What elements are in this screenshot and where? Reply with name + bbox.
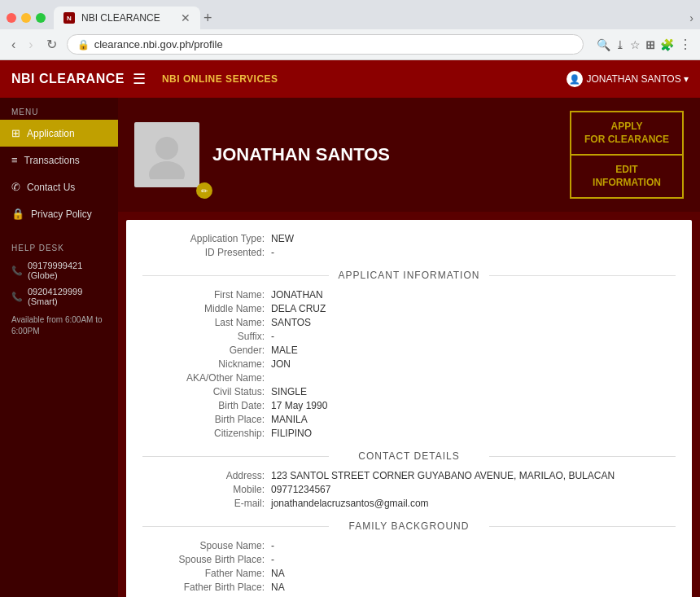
tab-close-icon[interactable]: ✕ — [181, 11, 190, 24]
field-label: Father Birth Place: — [142, 582, 265, 593]
field-value: - — [271, 331, 274, 342]
field-row: Father Birth Place:NA — [142, 582, 676, 593]
forward-button[interactable]: › — [25, 36, 36, 54]
field-value: jonathandelacruzsantos@gmail.com — [271, 498, 429, 509]
field-label: Birth Place: — [142, 414, 265, 425]
field-row: Spouse Birth Place:- — [142, 554, 676, 565]
sidebar-item-label: Application — [27, 128, 75, 139]
tab-bar: N NBI CLEARANCE ✕ + › — [0, 0, 700, 29]
field-label: Gender: — [142, 345, 265, 356]
field-row: Mobile:09771234567 — [142, 484, 676, 495]
contact-section-title: CONTACT DETAILS — [142, 450, 676, 462]
field-label: First Name: — [142, 289, 265, 301]
field-row: First Name:JONATHAN — [142, 289, 676, 301]
close-button[interactable] — [7, 13, 16, 23]
id-value: - — [271, 247, 274, 258]
reader-icon[interactable]: ⊞ — [645, 38, 655, 51]
field-row: Nickname:JON — [142, 358, 676, 370]
field-label: Spouse Name: — [142, 540, 265, 551]
field-value: SINGLE — [271, 386, 307, 397]
field-value: DELA CRUZ — [271, 303, 326, 314]
phone-smart-text: 09204129999 (Smart) — [28, 287, 107, 306]
transactions-icon: ≡ — [11, 154, 18, 166]
back-button[interactable]: ‹ — [8, 36, 19, 54]
field-label: Civil Status: — [142, 386, 265, 397]
field-label: Spouse Birth Place: — [142, 554, 265, 565]
field-value: NA — [271, 582, 285, 593]
url-text: clearance.nbi.gov.ph/profile — [94, 38, 223, 50]
browser-tab[interactable]: N NBI CLEARANCE ✕ — [54, 7, 200, 29]
profile-name: JONATHAN SANTOS — [212, 144, 390, 165]
family-section-title: FAMILY BACKGROUND — [142, 520, 676, 532]
phone-icon: 📞 — [11, 266, 23, 276]
field-value: 123 SANTOL STREET CORNER GUYABANO AVENUE… — [271, 470, 615, 481]
field-value: 09771234567 — [271, 484, 330, 495]
field-value: JONATHAN — [271, 289, 323, 301]
id-label: ID Presented: — [142, 247, 265, 258]
maximize-button[interactable] — [36, 13, 46, 23]
menu-icon[interactable]: ⋮ — [679, 37, 692, 52]
privacy-icon: 🔒 — [11, 208, 24, 220]
sidebar-item-label: Privacy Policy — [31, 209, 92, 220]
field-value: MALE — [271, 345, 298, 356]
field-label: Citizenship: — [142, 428, 265, 439]
sidebar-item-privacy[interactable]: 🔒 Privacy Policy — [0, 200, 118, 227]
svg-point-1 — [149, 161, 185, 179]
avatar-badge[interactable]: ✏ — [196, 182, 212, 199]
minimize-button[interactable] — [21, 13, 31, 23]
main-layout: MENU ⊞ Application ≡ Transactions ✆ Cont… — [0, 98, 700, 597]
field-label: Birth Date: — [142, 400, 265, 411]
phone-icon-2: 📞 — [11, 292, 23, 302]
tab-title: NBI CLEARANCE — [81, 12, 160, 24]
application-icon: ⊞ — [11, 127, 20, 139]
field-label: Last Name: — [142, 317, 265, 328]
url-box[interactable]: 🔒 clearance.nbi.gov.ph/profile — [67, 34, 584, 55]
edit-information-button[interactable]: EDITINFORMATION — [570, 155, 684, 199]
sidebar-item-transactions[interactable]: ≡ Transactions — [0, 147, 118, 173]
field-row: Birth Date:17 May 1990 — [142, 400, 676, 411]
field-label: Address: — [142, 470, 265, 481]
download-icon[interactable]: ⤓ — [615, 38, 625, 51]
hamburger-icon[interactable]: ☰ — [133, 70, 146, 88]
search-icon[interactable]: 🔍 — [597, 38, 610, 51]
profile-header: ✏ JONATHAN SANTOS APPLYFOR CLEARANCE EDI… — [118, 98, 700, 212]
field-value: - — [271, 540, 274, 551]
reload-button[interactable]: ↻ — [43, 35, 60, 54]
applicant-section-title: APPLICANT INFORMATION — [142, 270, 676, 281]
field-row: Last Name:SANTOS — [142, 317, 676, 328]
field-label: E-mail: — [142, 498, 265, 509]
top-nav: NBI CLEARANCE ☰ NBI ONLINE SERVICES 👤 JO… — [0, 60, 700, 98]
new-tab-button[interactable]: + — [203, 10, 212, 27]
family-fields: Spouse Name:-Spouse Birth Place:-Father … — [142, 540, 676, 597]
apply-clearance-button[interactable]: APPLYFOR CLEARANCE — [570, 111, 684, 155]
tab-favicon: N — [63, 12, 75, 24]
app: NBI CLEARANCE ☰ NBI ONLINE SERVICES 👤 JO… — [0, 60, 700, 597]
field-label: Nickname: — [142, 358, 265, 370]
bookmark-icon[interactable]: ☆ — [630, 38, 641, 51]
scroll-right-icon[interactable]: › — [689, 11, 693, 24]
app-type-row: Application Type: NEW — [142, 233, 676, 244]
field-label: Middle Name: — [142, 303, 265, 314]
online-services-link[interactable]: NBI ONLINE SERVICES — [162, 73, 278, 85]
field-row: Spouse Name:- — [142, 540, 676, 551]
field-row: Address:123 SANTOL STREET CORNER GUYABAN… — [142, 470, 676, 481]
phone-globe-text: 09179999421 (Globe) — [28, 261, 107, 280]
field-label: Suffix: — [142, 331, 265, 342]
field-value: SANTOS — [271, 317, 311, 328]
user-info: 👤 JONATHAN SANTOS ▾ — [567, 71, 689, 87]
sidebar-item-contact[interactable]: ✆ Contact Us — [0, 173, 118, 200]
app-type-label: Application Type: — [142, 233, 265, 244]
window-controls[interactable] — [7, 13, 46, 23]
user-name[interactable]: JONATHAN SANTOS ▾ — [586, 73, 689, 85]
field-row: Middle Name:DELA CRUZ — [142, 303, 676, 314]
field-label: AKA/Other Name: — [142, 372, 265, 384]
svg-point-0 — [155, 137, 178, 160]
field-row: AKA/Other Name: — [142, 372, 676, 384]
action-buttons: APPLYFOR CLEARANCE EDITINFORMATION — [570, 111, 684, 199]
lock-icon: 🔒 — [77, 39, 90, 50]
browser-icons: 🔍 ⤓ ☆ ⊞ 🧩 ⋮ — [597, 37, 692, 52]
extension-icon[interactable]: 🧩 — [660, 38, 674, 51]
sidebar-item-application[interactable]: ⊞ Application — [0, 120, 118, 147]
browser-chrome: N NBI CLEARANCE ✕ + › ‹ › ↻ 🔒 clearance.… — [0, 0, 700, 60]
address-bar: ‹ › ↻ 🔒 clearance.nbi.gov.ph/profile 🔍 ⤓… — [0, 29, 700, 59]
